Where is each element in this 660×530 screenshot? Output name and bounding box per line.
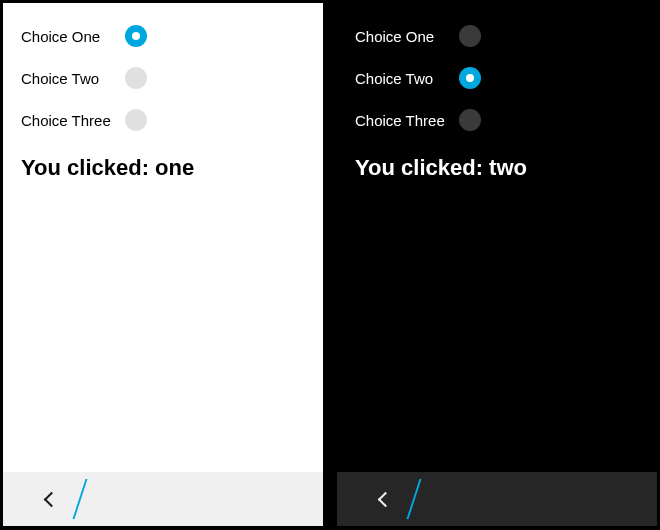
- radio-button[interactable]: [459, 25, 481, 47]
- option-label: Choice Three: [355, 112, 445, 129]
- option-label: Choice One: [21, 28, 111, 45]
- option-row-three[interactable]: Choice Three: [355, 103, 639, 145]
- chevron-left-icon: [378, 491, 394, 507]
- option-label: Choice Three: [21, 112, 111, 129]
- bottom-bar: [3, 472, 323, 526]
- spacer: [337, 181, 657, 472]
- radio-button[interactable]: [125, 109, 147, 131]
- option-label: Choice Two: [355, 70, 445, 87]
- option-row-one[interactable]: Choice One: [21, 19, 305, 61]
- status-text: You clicked: one: [3, 145, 323, 181]
- option-label: Choice Two: [21, 70, 111, 87]
- radio-button[interactable]: [125, 67, 147, 89]
- radio-group-dark: Choice One Choice Two Choice Three: [337, 3, 657, 145]
- screen-dark: Choice One Choice Two Choice Three You c…: [337, 3, 657, 526]
- bottom-bar: [337, 472, 657, 526]
- option-row-two[interactable]: Choice Two: [355, 61, 639, 103]
- screen-light: Choice One Choice Two Choice Three You c…: [3, 3, 323, 526]
- option-label: Choice One: [355, 28, 445, 45]
- back-button[interactable]: [337, 472, 411, 526]
- option-row-two[interactable]: Choice Two: [21, 61, 305, 103]
- spacer: [3, 181, 323, 472]
- radio-button[interactable]: [459, 109, 481, 131]
- back-button[interactable]: [3, 472, 77, 526]
- option-row-three[interactable]: Choice Three: [21, 103, 305, 145]
- chevron-left-icon: [44, 491, 60, 507]
- divider-accent-icon: [73, 479, 88, 519]
- divider-accent-icon: [407, 479, 422, 519]
- option-row-one[interactable]: Choice One: [355, 19, 639, 61]
- status-text: You clicked: two: [337, 145, 657, 181]
- radio-group-light: Choice One Choice Two Choice Three: [3, 3, 323, 145]
- radio-button[interactable]: [125, 25, 147, 47]
- radio-button[interactable]: [459, 67, 481, 89]
